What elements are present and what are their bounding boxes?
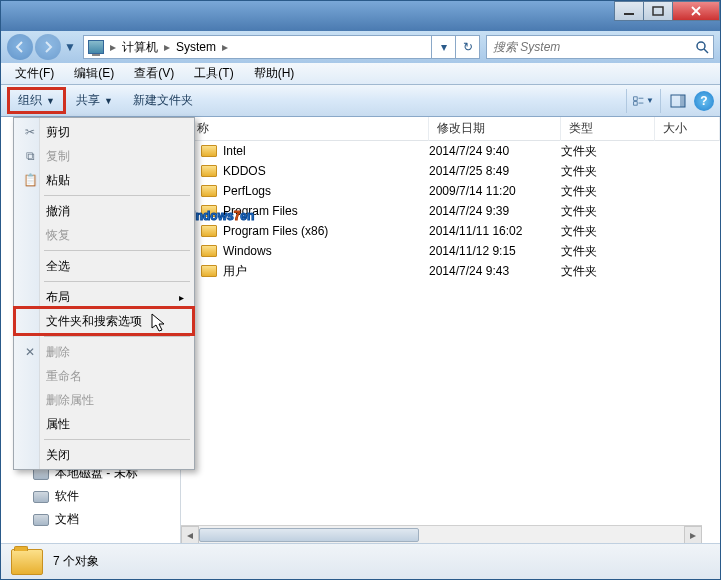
drive-icon: [33, 514, 49, 526]
chevron-down-icon: ▼: [46, 96, 55, 106]
sidebar-item-label: 文档: [55, 511, 79, 528]
help-button[interactable]: ?: [694, 91, 714, 111]
scrollbar-thumb[interactable]: [199, 528, 419, 542]
new-folder-button[interactable]: 新建文件夹: [123, 88, 203, 113]
folder-icon: [201, 205, 217, 217]
forward-button[interactable]: [35, 34, 61, 60]
svg-rect-1: [653, 7, 663, 15]
scroll-right-button[interactable]: ▸: [684, 526, 702, 543]
scroll-left-button[interactable]: ◂: [181, 526, 199, 543]
search-input[interactable]: [487, 40, 691, 54]
menu-help[interactable]: 帮助(H): [244, 63, 305, 84]
menu-layout[interactable]: 布局▸: [16, 285, 192, 309]
search-box[interactable]: [486, 35, 714, 59]
file-row[interactable]: Program Files (x86)2014/11/11 16:02文件夹: [181, 221, 720, 241]
column-headers: 称 修改日期 类型 大小: [181, 117, 720, 141]
computer-icon: [86, 37, 106, 57]
address-dropdown-icon[interactable]: ▾: [431, 36, 455, 58]
file-type: 文件夹: [561, 223, 655, 240]
delete-icon: ✕: [22, 344, 38, 360]
file-name: 用户: [223, 263, 247, 280]
file-row[interactable]: Program Files2014/7/24 9:39文件夹: [181, 201, 720, 221]
close-button[interactable]: [672, 1, 720, 21]
menu-copy[interactable]: ⧉复制: [16, 144, 192, 168]
folder-icon: [201, 185, 217, 197]
column-name[interactable]: 称: [181, 117, 429, 141]
file-name: Program Files (x86): [223, 224, 328, 238]
svg-rect-4: [634, 101, 637, 104]
column-date[interactable]: 修改日期: [429, 117, 561, 141]
menu-view[interactable]: 查看(V): [124, 63, 184, 84]
file-row[interactable]: 用户2014/7/24 9:43文件夹: [181, 261, 720, 281]
breadcrumb-sep: ▸: [162, 40, 172, 54]
menu-undo[interactable]: 撤消: [16, 199, 192, 223]
file-date: 2014/11/12 9:15: [429, 244, 561, 258]
address-bar[interactable]: ▸ 计算机 ▸ System ▸ ▾ ↻: [83, 35, 480, 59]
titlebar[interactable]: [1, 1, 720, 31]
horizontal-scrollbar[interactable]: ◂ ▸: [181, 525, 702, 543]
column-type[interactable]: 类型: [561, 117, 655, 141]
navigation-bar: ▼ ▸ 计算机 ▸ System ▸ ▾ ↻: [1, 31, 720, 63]
file-row[interactable]: PerfLogs2009/7/14 11:20文件夹: [181, 181, 720, 201]
menu-redo[interactable]: 恢复: [16, 223, 192, 247]
svg-rect-6: [680, 95, 685, 107]
file-type: 文件夹: [561, 143, 655, 160]
file-date: 2014/7/25 8:49: [429, 164, 561, 178]
refresh-button[interactable]: ↻: [455, 36, 479, 58]
menu-edit[interactable]: 编辑(E): [64, 63, 124, 84]
menu-properties[interactable]: 属性: [16, 412, 192, 436]
breadcrumb-sep: ▸: [220, 40, 230, 54]
minimize-button[interactable]: [614, 1, 644, 21]
menu-cut[interactable]: ✂剪切: [16, 120, 192, 144]
file-date: 2014/7/24 9:43: [429, 264, 561, 278]
file-date: 2014/7/24 9:40: [429, 144, 561, 158]
paste-icon: 📋: [22, 172, 38, 188]
submenu-arrow-icon: ▸: [179, 292, 184, 303]
file-list[interactable]: Intel2014/7/24 9:40文件夹KDDOS2014/7/25 8:4…: [181, 141, 720, 525]
sidebar-item[interactable]: 文档: [5, 508, 176, 531]
menu-delete[interactable]: ✕删除: [16, 340, 192, 364]
nav-history-dropdown[interactable]: ▼: [63, 40, 77, 54]
menu-folder-options[interactable]: 文件夹和搜索选项: [16, 309, 192, 333]
folder-icon: [201, 145, 217, 157]
copy-icon: ⧉: [22, 148, 38, 164]
folder-icon: [11, 549, 43, 575]
preview-pane-button[interactable]: [660, 89, 688, 113]
view-mode-button[interactable]: ▼: [626, 89, 654, 113]
sidebar-item[interactable]: 软件: [5, 485, 176, 508]
file-type: 文件夹: [561, 263, 655, 280]
file-list-pane: 称 修改日期 类型 大小 Intel2014/7/24 9:40文件夹KDDOS…: [181, 117, 720, 543]
back-button[interactable]: [7, 34, 33, 60]
file-row[interactable]: Windows2014/11/12 9:15文件夹: [181, 241, 720, 261]
file-type: 文件夹: [561, 163, 655, 180]
svg-rect-0: [624, 13, 634, 15]
share-label: 共享: [76, 92, 100, 109]
file-row[interactable]: KDDOS2014/7/25 8:49文件夹: [181, 161, 720, 181]
status-bar: 7 个对象: [1, 543, 720, 579]
menu-remove-properties[interactable]: 删除属性: [16, 388, 192, 412]
chevron-down-icon: ▼: [104, 96, 113, 106]
file-name: Program Files: [223, 204, 298, 218]
drive-icon: [33, 491, 49, 503]
file-row[interactable]: Intel2014/7/24 9:40文件夹: [181, 141, 720, 161]
menu-select-all[interactable]: 全选: [16, 254, 192, 278]
menu-paste[interactable]: 📋粘贴: [16, 168, 192, 192]
folder-icon: [201, 225, 217, 237]
breadcrumb-sep: ▸: [108, 40, 118, 54]
breadcrumb-system[interactable]: System: [172, 40, 220, 54]
column-size[interactable]: 大小: [655, 117, 720, 141]
file-type: 文件夹: [561, 183, 655, 200]
file-name: KDDOS: [223, 164, 266, 178]
menu-close[interactable]: 关闭: [16, 443, 192, 467]
share-button[interactable]: 共享 ▼: [66, 88, 123, 113]
menu-bar: 文件(F) 编辑(E) 查看(V) 工具(T) 帮助(H): [1, 63, 720, 85]
menu-tools[interactable]: 工具(T): [184, 63, 243, 84]
breadcrumb-computer[interactable]: 计算机: [118, 39, 162, 56]
menu-file[interactable]: 文件(F): [5, 63, 64, 84]
search-icon[interactable]: [691, 40, 713, 54]
organize-label: 组织: [18, 92, 42, 109]
menu-rename[interactable]: 重命名: [16, 364, 192, 388]
maximize-button[interactable]: [643, 1, 673, 21]
folder-icon: [201, 165, 217, 177]
organize-button[interactable]: 组织 ▼: [7, 87, 66, 114]
